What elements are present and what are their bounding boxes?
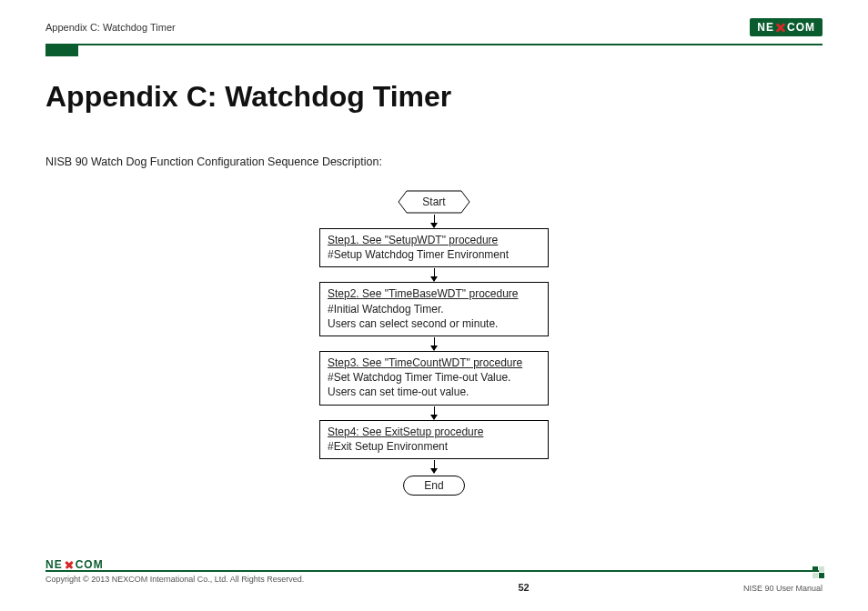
header-tab-decor	[45, 45, 78, 56]
doc-name: NISE 90 User Manual	[743, 584, 823, 593]
flow-start-label: Start	[422, 195, 445, 208]
page-title: Appendix C: Watchdog Timer	[45, 80, 823, 114]
logo-text-left: NE	[757, 21, 774, 34]
step2-title: Step2. See "TimeBaseWDT" procedure	[328, 286, 540, 301]
flow-end-label: End	[424, 479, 443, 492]
arrow-down-icon	[434, 337, 435, 350]
step1-desc: #Setup Watchdog Timer Environment	[328, 247, 540, 262]
arrow-down-icon	[434, 268, 435, 281]
footer-left: NE COM Copyright © 2013 NEXCOM Internati…	[45, 575, 304, 598]
step1-title: Step1. See "SetupWDT" procedure	[328, 233, 540, 247]
flow-step-3: Step3. See "TimeCountWDT" procedure #Set…	[319, 351, 549, 406]
step3-title: Step3. See "TimeCountWDT" procedure	[328, 356, 540, 370]
logo-x-icon	[64, 559, 75, 570]
brand-logo: NE COM	[750, 18, 823, 36]
arrow-down-icon	[434, 460, 435, 473]
nexcom-footer-logo-icon: NE COM	[45, 558, 304, 571]
page-footer: NE COM Copyright © 2013 NEXCOM Internati…	[45, 570, 823, 598]
step3-desc: #Set Watchdog Timer Time-out Value. User…	[328, 370, 540, 399]
footer-squares-icon	[812, 566, 824, 578]
flow-end-node: End	[403, 476, 464, 496]
step4-desc: #Exit Setup Environment	[328, 439, 540, 454]
footer-row: NE COM Copyright © 2013 NEXCOM Internati…	[45, 575, 823, 598]
flow-step-2: Step2. See "TimeBaseWDT" procedure #Init…	[319, 282, 549, 336]
footer-logo-left: NE	[45, 558, 63, 571]
nexcom-logo-icon: NE COM	[750, 18, 823, 36]
page-header: Appendix C: Watchdog Timer NE COM	[45, 16, 823, 38]
step2-desc: #Initial Watchdog Timer. Users can selec…	[328, 302, 540, 331]
step4-title: Step4: See ExitSetup procedure	[328, 425, 540, 439]
page-number: 52	[304, 582, 743, 593]
logo-text-right: COM	[787, 21, 815, 34]
arrow-down-icon	[434, 215, 435, 227]
flow-step-4: Step4: See ExitSetup procedure #Exit Set…	[319, 420, 549, 459]
footer-logo-right: COM	[76, 558, 104, 571]
header-rule	[45, 44, 823, 45]
flow-start-node: Start	[398, 190, 470, 214]
logo-x-icon	[775, 22, 786, 33]
flowchart: Start Step1. See "SetupWDT" procedure #S…	[316, 190, 552, 496]
flow-step-1: Step1. See "SetupWDT" procedure #Setup W…	[319, 228, 549, 267]
copyright-text: Copyright © 2013 NEXCOM International Co…	[45, 575, 304, 584]
arrow-down-icon	[434, 406, 435, 419]
intro-text: NISB 90 Watch Dog Function Configuration…	[45, 155, 823, 168]
header-title: Appendix C: Watchdog Timer	[45, 22, 176, 33]
